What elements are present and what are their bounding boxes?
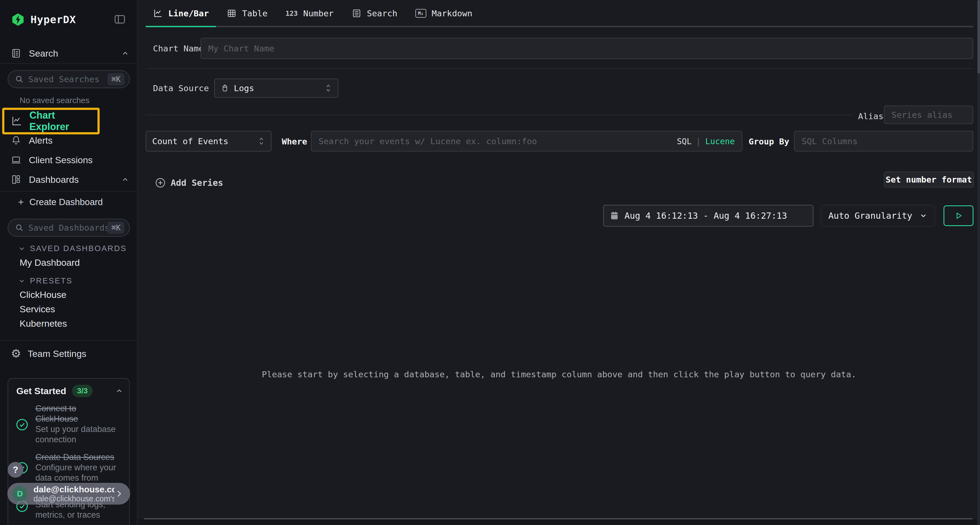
plus-circle-icon bbox=[155, 178, 166, 188]
add-series-button[interactable]: Add Series bbox=[155, 178, 223, 188]
sidebar: HyperDX Search Saved Search bbox=[0, 0, 137, 525]
query-language-toggle: SQL | Lucene bbox=[677, 131, 735, 152]
sidebar-item-label: Dashboards bbox=[29, 174, 79, 185]
hyperdx-logo-icon bbox=[11, 13, 25, 27]
play-icon bbox=[954, 211, 963, 220]
sidebar-item-clickhouse[interactable]: ClickHouse bbox=[20, 289, 67, 300]
saved-dashboards-section-header[interactable]: SAVED DASHBOARDS bbox=[18, 244, 127, 253]
time-range-value: Aug 4 16:12:13 - Aug 4 16:27:13 bbox=[624, 211, 787, 221]
get-started-header[interactable]: Get Started 3/3 bbox=[16, 385, 123, 397]
set-number-format-button[interactable]: Set number format bbox=[884, 172, 974, 187]
chevron-up-icon[interactable] bbox=[115, 387, 123, 395]
tab-number[interactable]: 123 Number bbox=[286, 8, 334, 18]
saved-dashboards-input[interactable]: Saved Dashboards ⌘K bbox=[8, 219, 130, 237]
sidebar-item-search[interactable]: Search bbox=[11, 46, 129, 61]
get-started-item[interactable]: Create Data Sources Configure where your… bbox=[35, 452, 123, 483]
sidebar-item-label: Chart Explorer bbox=[29, 109, 97, 132]
user-profile-button[interactable]: D dale@clickhouse.com dale@clickhouse.co… bbox=[7, 483, 130, 504]
divider bbox=[0, 340, 137, 341]
series-alias-input[interactable] bbox=[884, 106, 973, 124]
divider bbox=[146, 68, 973, 69]
chevron-right-icon bbox=[115, 489, 124, 498]
profile-name: dale@clickhouse.com bbox=[33, 484, 115, 494]
group-by-input[interactable] bbox=[794, 131, 973, 152]
plus-icon bbox=[17, 198, 25, 206]
sidebar-item-label: Search bbox=[29, 48, 58, 59]
bell-icon bbox=[11, 135, 21, 146]
chevron-up-icon[interactable] bbox=[121, 176, 129, 184]
sidebar-item-label: Client Sessions bbox=[29, 155, 92, 165]
search-icon bbox=[15, 75, 24, 84]
task-description: Set up your database bbox=[35, 424, 123, 435]
search-icon bbox=[15, 223, 24, 232]
data-source-select[interactable]: Logs bbox=[214, 79, 338, 98]
search-nav-icon bbox=[11, 48, 21, 59]
laptop-icon bbox=[11, 155, 21, 165]
number-123-icon: 123 bbox=[286, 10, 298, 17]
presets-section-header[interactable]: PRESETS bbox=[18, 276, 72, 285]
task-description: data comes from bbox=[35, 473, 123, 483]
sidebar-item-chart-explorer[interactable]: Chart Explorer bbox=[2, 108, 100, 134]
tab-line-bar[interactable]: Line/Bar bbox=[153, 8, 209, 18]
tab-markdown[interactable]: M↓ Markdown bbox=[415, 8, 472, 18]
search-results-icon bbox=[352, 8, 361, 18]
time-range-picker[interactable]: Aug 4 16:12:13 - Aug 4 16:27:13 bbox=[603, 205, 813, 227]
help-button[interactable]: ? bbox=[8, 462, 24, 477]
create-dashboard-button[interactable]: Create Dashboard bbox=[17, 197, 103, 207]
alias-label: Alias bbox=[858, 111, 883, 121]
chart-name-input[interactable] bbox=[200, 38, 973, 59]
chart-explorer-page: Line/Bar Table 123 Number Search M↓ Ma bbox=[138, 0, 980, 525]
granularity-select[interactable]: Auto Granularity bbox=[821, 205, 935, 227]
line-chart-icon bbox=[11, 115, 22, 127]
sidebar-item-services[interactable]: Services bbox=[20, 304, 55, 314]
sidebar-item-team-settings[interactable]: ⚙ Team Settings bbox=[11, 346, 129, 361]
tab-label: Search bbox=[367, 8, 398, 18]
saved-searches-placeholder: Saved Searches bbox=[28, 74, 108, 84]
aggregation-value: Count of Events bbox=[152, 136, 228, 146]
calendar-icon bbox=[610, 211, 619, 220]
sidebar-item-dashboards[interactable]: Dashboards bbox=[11, 172, 129, 187]
divider bbox=[0, 63, 137, 63]
brand-header: HyperDX bbox=[11, 12, 76, 27]
run-query-button[interactable] bbox=[943, 205, 974, 226]
scrollbar-thumb[interactable] bbox=[978, 0, 980, 73]
sidebar-collapse-icon[interactable] bbox=[114, 14, 126, 24]
tab-search[interactable]: Search bbox=[352, 8, 398, 18]
divider bbox=[144, 518, 973, 519]
chevron-down-icon bbox=[18, 277, 25, 285]
task-title: ClickHouse bbox=[35, 414, 123, 424]
divider bbox=[146, 114, 853, 115]
sidebar-item-alerts[interactable]: Alerts bbox=[11, 133, 129, 148]
markdown-icon: M↓ bbox=[415, 9, 426, 18]
profile-subtitle: dale@clickhouse.com's bbox=[33, 494, 115, 503]
toggle-separator: | bbox=[696, 136, 701, 146]
aggregation-select[interactable]: Count of Events bbox=[146, 131, 271, 152]
data-source-value: Logs bbox=[234, 83, 254, 93]
question-icon: ? bbox=[13, 465, 18, 475]
table-icon bbox=[227, 8, 237, 18]
chevron-up-icon[interactable] bbox=[121, 49, 129, 57]
profile-text: dale@clickhouse.com dale@clickhouse.com'… bbox=[33, 484, 115, 503]
no-saved-searches-text: No saved searches bbox=[20, 96, 89, 105]
check-circle-icon bbox=[16, 419, 28, 431]
sidebar-item-label: Alerts bbox=[29, 135, 52, 146]
avatar: D bbox=[12, 486, 27, 501]
sql-toggle[interactable]: SQL bbox=[677, 136, 692, 146]
task-title: Connect to bbox=[35, 403, 123, 414]
keyboard-shortcut-badge: ⌘K bbox=[108, 73, 124, 86]
get-started-item[interactable]: Connect to ClickHouse Set up your databa… bbox=[35, 403, 123, 445]
granularity-value: Auto Granularity bbox=[828, 211, 912, 221]
select-chevrons-icon bbox=[258, 136, 265, 146]
saved-dashboards-placeholder: Saved Dashboards bbox=[28, 223, 108, 233]
line-bar-icon bbox=[153, 8, 163, 18]
task-title: Create Data Sources bbox=[35, 452, 123, 462]
saved-searches-input[interactable]: Saved Searches ⌘K bbox=[8, 70, 130, 88]
lucene-toggle[interactable]: Lucene bbox=[705, 136, 735, 146]
sidebar-item-my-dashboard[interactable]: My Dashboard bbox=[20, 257, 80, 268]
divider bbox=[0, 191, 137, 192]
sidebar-item-kubernetes[interactable]: Kubernetes bbox=[20, 318, 67, 329]
create-dashboard-label: Create Dashboard bbox=[29, 197, 103, 207]
sidebar-item-client-sessions[interactable]: Client Sessions bbox=[11, 152, 129, 168]
scrollbar[interactable] bbox=[977, 0, 980, 525]
tab-table[interactable]: Table bbox=[227, 8, 267, 18]
